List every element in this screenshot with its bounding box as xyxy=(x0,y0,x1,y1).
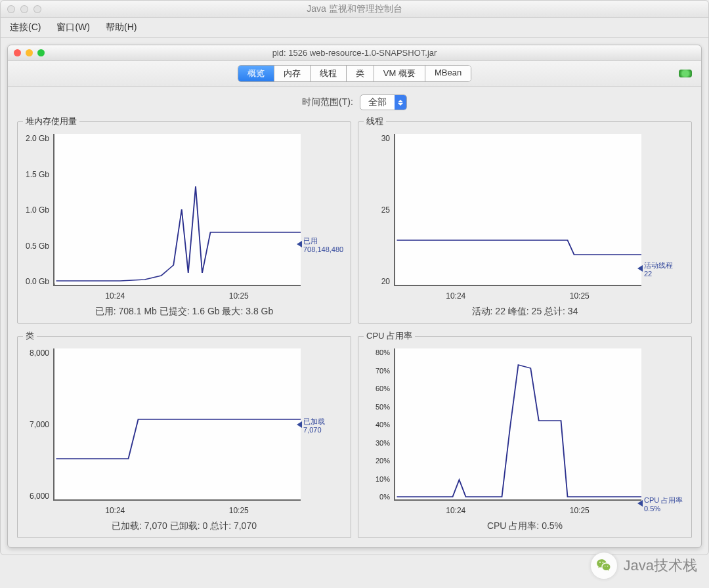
cpu-marker: CPU 占用率 0.5% xyxy=(644,496,686,513)
panel-classes: 类 8,000 7,000 6,000 xyxy=(17,330,351,538)
cpu-x-axis: 10:24 10:25 xyxy=(394,503,641,516)
tab-threads[interactable]: 线程 xyxy=(311,66,347,81)
stepper-arrows-icon xyxy=(395,95,406,110)
panel-threads: 线程 30 25 20 xyxy=(358,116,692,324)
classes-x-axis: 10:24 10:25 xyxy=(53,503,301,516)
classes-plot[interactable]: 已加载 7,070 10:24 10:25 xyxy=(53,346,345,516)
filter-row: 时间范围(T): 全部 xyxy=(8,87,701,116)
outer-titlebar: Java 监视和管理控制台 xyxy=(1,1,708,18)
panel-cpu-title: CPU 占用率 xyxy=(364,330,415,342)
cpu-line xyxy=(395,348,641,499)
triangle-left-icon xyxy=(297,421,302,428)
menubar: 连接(C) 窗口(W) 帮助(H) xyxy=(1,18,708,38)
threads-plot[interactable]: 活动线程 22 10:24 10:25 xyxy=(394,131,686,302)
triangle-left-icon xyxy=(297,241,302,247)
classes-marker: 已加载 7,070 xyxy=(303,417,345,434)
wechat-icon xyxy=(591,553,617,579)
cpu-plot[interactable]: CPU 占用率 0.5% 10:24 10:25 xyxy=(394,346,686,516)
inner-titlebar: pid: 1526 web-resource-1.0-SNAPSHOT.jar xyxy=(8,45,701,61)
classes-y-axis: 8,000 7,000 6,000 xyxy=(23,346,53,516)
threads-x-axis: 10:24 10:25 xyxy=(394,289,641,302)
chart-grid: 堆内存使用量 2.0 Gb 1.5 Gb 1.0 Gb 0.5 Gb 0.0 G… xyxy=(8,116,701,547)
tab-mbean[interactable]: MBean xyxy=(425,66,471,81)
time-range-label: 时间范围(T): xyxy=(302,96,353,108)
triangle-left-icon xyxy=(637,265,643,272)
classes-line xyxy=(54,348,301,499)
threads-summary: 活动: 22 峰值: 25 总计: 34 xyxy=(364,302,686,318)
connection-status-icon[interactable] xyxy=(679,70,692,77)
tab-memory[interactable]: 内存 xyxy=(274,66,311,81)
inner-window-title: pid: 1526 web-resource-1.0-SNAPSHOT.jar xyxy=(8,48,701,58)
menu-window[interactable]: 窗口(W) xyxy=(56,22,90,33)
window-title: Java 监视和管理控制台 xyxy=(1,3,708,15)
threads-marker: 活动线程 22 xyxy=(644,261,686,278)
cpu-summary: CPU 占用率: 0.5% xyxy=(364,516,686,532)
heap-line xyxy=(54,134,301,285)
threads-y-axis: 30 25 20 xyxy=(364,131,394,302)
app-window: Java 监视和管理控制台 连接(C) 窗口(W) 帮助(H) pid: 152… xyxy=(0,0,709,555)
panel-heap: 堆内存使用量 2.0 Gb 1.5 Gb 1.0 Gb 0.5 Gb 0.0 G… xyxy=(17,116,351,324)
tabbar: 概览 内存 线程 类 VM 概要 MBean xyxy=(238,65,471,82)
tab-overview[interactable]: 概览 xyxy=(238,66,274,81)
menu-connect[interactable]: 连接(C) xyxy=(10,22,41,33)
classes-summary: 已加载: 7,070 已卸载: 0 总计: 7,070 xyxy=(23,516,345,532)
tabbar-row: 概览 内存 线程 类 VM 概要 MBean xyxy=(8,61,701,87)
panel-heap-title: 堆内存使用量 xyxy=(23,116,79,127)
time-range-value: 全部 xyxy=(360,96,395,108)
watermark-text: Java技术栈 xyxy=(624,556,697,576)
panel-cpu: CPU 占用率 80% 70% 60% 50% 40% 30% 20% 10% … xyxy=(358,330,692,538)
heap-summary: 已用: 708.1 Mb 已提交: 1.6 Gb 最大: 3.8 Gb xyxy=(23,302,345,318)
inner-window: pid: 1526 web-resource-1.0-SNAPSHOT.jar … xyxy=(7,45,702,548)
heap-plot[interactable]: 已用 708,148,480 10:24 10:25 xyxy=(53,131,345,302)
tab-vm-summary[interactable]: VM 概要 xyxy=(374,66,425,81)
threads-line xyxy=(395,134,641,285)
cpu-y-axis: 80% 70% 60% 50% 40% 30% 20% 10% 0% xyxy=(364,346,394,516)
heap-marker: 已用 708,148,480 xyxy=(303,237,345,254)
watermark: Java技术栈 xyxy=(591,553,697,579)
tab-classes[interactable]: 类 xyxy=(347,66,374,81)
heap-y-axis: 2.0 Gb 1.5 Gb 1.0 Gb 0.5 Gb 0.0 Gb xyxy=(23,131,53,302)
time-range-select[interactable]: 全部 xyxy=(360,94,407,110)
panel-threads-title: 线程 xyxy=(364,116,386,127)
panel-classes-title: 类 xyxy=(23,330,37,342)
heap-x-axis: 10:24 10:25 xyxy=(53,289,301,302)
menu-help[interactable]: 帮助(H) xyxy=(106,22,137,33)
